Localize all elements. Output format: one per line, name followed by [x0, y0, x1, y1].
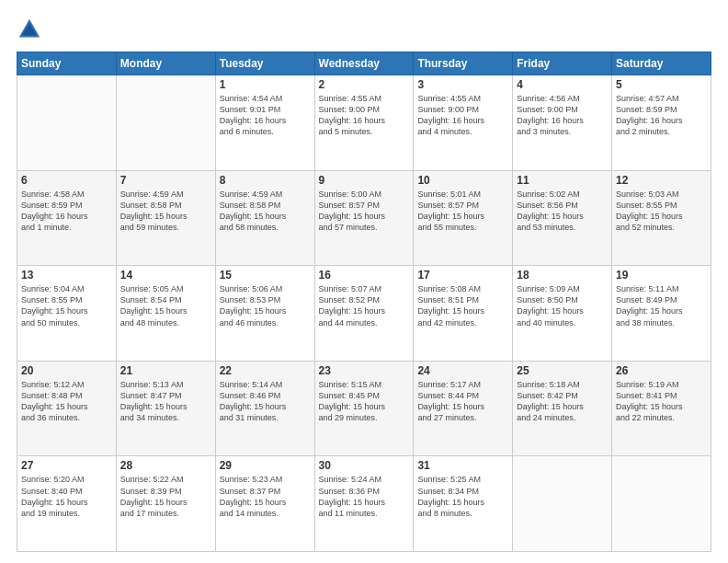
day-number: 24 [417, 364, 508, 377]
calendar-week-row: 6Sunrise: 4:58 AMSunset: 8:59 PMDaylight… [17, 170, 711, 266]
calendar-cell: 25Sunrise: 5:18 AMSunset: 8:42 PMDayligh… [513, 361, 612, 456]
day-number: 30 [319, 459, 410, 472]
calendar-cell: 29Sunrise: 5:23 AMSunset: 8:37 PMDayligh… [215, 456, 314, 552]
cell-details: Sunrise: 4:58 AMSunset: 8:59 PMDaylight:… [21, 189, 112, 234]
calendar-cell: 11Sunrise: 5:02 AMSunset: 8:56 PMDayligh… [513, 170, 612, 266]
calendar-header-row: SundayMondayTuesdayWednesdayThursdayFrid… [17, 52, 711, 75]
calendar-cell [17, 75, 117, 171]
calendar-cell: 31Sunrise: 5:25 AMSunset: 8:34 PMDayligh… [414, 456, 513, 552]
cell-details: Sunrise: 5:05 AMSunset: 8:54 PMDaylight:… [120, 283, 211, 328]
day-number: 26 [616, 364, 707, 377]
day-number: 27 [21, 459, 112, 472]
calendar-cell: 1Sunrise: 4:54 AMSunset: 9:01 PMDaylight… [215, 75, 314, 171]
day-number: 2 [319, 78, 410, 91]
cell-details: Sunrise: 5:25 AMSunset: 8:34 PMDaylight:… [417, 474, 508, 519]
calendar: SundayMondayTuesdayWednesdayThursdayFrid… [17, 52, 711, 552]
day-number: 4 [517, 78, 608, 91]
day-number: 31 [417, 459, 508, 472]
day-number: 3 [417, 78, 508, 91]
calendar-cell: 3Sunrise: 4:55 AMSunset: 9:00 PMDaylight… [414, 75, 513, 171]
calendar-header-sunday: Sunday [17, 52, 117, 75]
calendar-cell: 26Sunrise: 5:19 AMSunset: 8:41 PMDayligh… [612, 361, 711, 456]
cell-details: Sunrise: 4:56 AMSunset: 9:00 PMDaylight:… [517, 93, 608, 138]
calendar-cell: 14Sunrise: 5:05 AMSunset: 8:54 PMDayligh… [116, 266, 215, 362]
day-number: 12 [616, 174, 707, 187]
day-number: 14 [120, 269, 211, 282]
cell-details: Sunrise: 5:04 AMSunset: 8:55 PMDaylight:… [21, 283, 112, 328]
calendar-cell: 20Sunrise: 5:12 AMSunset: 8:48 PMDayligh… [17, 361, 117, 456]
header [17, 17, 711, 42]
calendar-cell: 4Sunrise: 4:56 AMSunset: 9:00 PMDaylight… [513, 75, 612, 171]
calendar-cell: 19Sunrise: 5:11 AMSunset: 8:49 PMDayligh… [612, 266, 711, 362]
day-number: 7 [120, 174, 211, 187]
calendar-cell: 28Sunrise: 5:22 AMSunset: 8:39 PMDayligh… [116, 456, 215, 552]
day-number: 13 [21, 269, 112, 282]
cell-details: Sunrise: 4:55 AMSunset: 9:00 PMDaylight:… [319, 93, 410, 138]
cell-details: Sunrise: 5:03 AMSunset: 8:55 PMDaylight:… [616, 189, 707, 234]
calendar-header-tuesday: Tuesday [215, 52, 314, 75]
cell-details: Sunrise: 4:55 AMSunset: 9:00 PMDaylight:… [417, 93, 508, 138]
cell-details: Sunrise: 4:54 AMSunset: 9:01 PMDaylight:… [220, 93, 311, 138]
cell-details: Sunrise: 5:22 AMSunset: 8:39 PMDaylight:… [120, 474, 211, 519]
cell-details: Sunrise: 5:24 AMSunset: 8:36 PMDaylight:… [319, 474, 410, 519]
calendar-cell: 2Sunrise: 4:55 AMSunset: 9:00 PMDaylight… [314, 75, 414, 171]
calendar-cell: 9Sunrise: 5:00 AMSunset: 8:57 PMDaylight… [314, 170, 414, 266]
calendar-header-monday: Monday [116, 52, 215, 75]
calendar-cell: 5Sunrise: 4:57 AMSunset: 8:59 PMDaylight… [612, 75, 711, 171]
calendar-cell: 24Sunrise: 5:17 AMSunset: 8:44 PMDayligh… [414, 361, 513, 456]
calendar-cell: 17Sunrise: 5:08 AMSunset: 8:51 PMDayligh… [414, 266, 513, 362]
calendar-cell: 12Sunrise: 5:03 AMSunset: 8:55 PMDayligh… [612, 170, 711, 266]
calendar-header-thursday: Thursday [414, 52, 513, 75]
cell-details: Sunrise: 5:09 AMSunset: 8:50 PMDaylight:… [517, 283, 608, 328]
calendar-cell: 21Sunrise: 5:13 AMSunset: 8:47 PMDayligh… [116, 361, 215, 456]
calendar-cell [612, 456, 711, 552]
calendar-cell [513, 456, 612, 552]
logo-icon [17, 17, 42, 42]
day-number: 8 [220, 174, 311, 187]
day-number: 18 [517, 269, 608, 282]
day-number: 23 [319, 364, 410, 377]
cell-details: Sunrise: 4:59 AMSunset: 8:58 PMDaylight:… [220, 189, 311, 234]
calendar-week-row: 20Sunrise: 5:12 AMSunset: 8:48 PMDayligh… [17, 361, 711, 456]
cell-details: Sunrise: 5:20 AMSunset: 8:40 PMDaylight:… [21, 474, 112, 519]
calendar-cell [116, 75, 215, 171]
day-number: 28 [120, 459, 211, 472]
logo [17, 17, 46, 42]
calendar-cell: 8Sunrise: 4:59 AMSunset: 8:58 PMDaylight… [215, 170, 314, 266]
cell-details: Sunrise: 4:57 AMSunset: 8:59 PMDaylight:… [616, 93, 707, 138]
day-number: 6 [21, 174, 112, 187]
cell-details: Sunrise: 5:18 AMSunset: 8:42 PMDaylight:… [517, 379, 608, 424]
day-number: 25 [517, 364, 608, 377]
day-number: 20 [21, 364, 112, 377]
cell-details: Sunrise: 5:02 AMSunset: 8:56 PMDaylight:… [517, 189, 608, 234]
day-number: 21 [120, 364, 211, 377]
cell-details: Sunrise: 5:01 AMSunset: 8:57 PMDaylight:… [417, 189, 508, 234]
day-number: 29 [220, 459, 311, 472]
calendar-cell: 10Sunrise: 5:01 AMSunset: 8:57 PMDayligh… [414, 170, 513, 266]
day-number: 15 [220, 269, 311, 282]
cell-details: Sunrise: 5:14 AMSunset: 8:46 PMDaylight:… [220, 379, 311, 424]
day-number: 1 [220, 78, 311, 91]
day-number: 9 [319, 174, 410, 187]
calendar-header-wednesday: Wednesday [314, 52, 414, 75]
calendar-cell: 7Sunrise: 4:59 AMSunset: 8:58 PMDaylight… [116, 170, 215, 266]
calendar-cell: 22Sunrise: 5:14 AMSunset: 8:46 PMDayligh… [215, 361, 314, 456]
day-number: 17 [417, 269, 508, 282]
cell-details: Sunrise: 5:06 AMSunset: 8:53 PMDaylight:… [220, 283, 311, 328]
day-number: 16 [319, 269, 410, 282]
cell-details: Sunrise: 5:19 AMSunset: 8:41 PMDaylight:… [616, 379, 707, 424]
cell-details: Sunrise: 4:59 AMSunset: 8:58 PMDaylight:… [120, 189, 211, 234]
cell-details: Sunrise: 5:13 AMSunset: 8:47 PMDaylight:… [120, 379, 211, 424]
cell-details: Sunrise: 5:07 AMSunset: 8:52 PMDaylight:… [319, 283, 410, 328]
day-number: 10 [417, 174, 508, 187]
cell-details: Sunrise: 5:00 AMSunset: 8:57 PMDaylight:… [319, 189, 410, 234]
page: SundayMondayTuesdayWednesdayThursdayFrid… [0, 0, 728, 563]
cell-details: Sunrise: 5:08 AMSunset: 8:51 PMDaylight:… [417, 283, 508, 328]
calendar-cell: 18Sunrise: 5:09 AMSunset: 8:50 PMDayligh… [513, 266, 612, 362]
cell-details: Sunrise: 5:23 AMSunset: 8:37 PMDaylight:… [220, 474, 311, 519]
calendar-cell: 13Sunrise: 5:04 AMSunset: 8:55 PMDayligh… [17, 266, 117, 362]
cell-details: Sunrise: 5:11 AMSunset: 8:49 PMDaylight:… [616, 283, 707, 328]
calendar-header-saturday: Saturday [612, 52, 711, 75]
day-number: 5 [616, 78, 707, 91]
calendar-cell: 6Sunrise: 4:58 AMSunset: 8:59 PMDaylight… [17, 170, 117, 266]
